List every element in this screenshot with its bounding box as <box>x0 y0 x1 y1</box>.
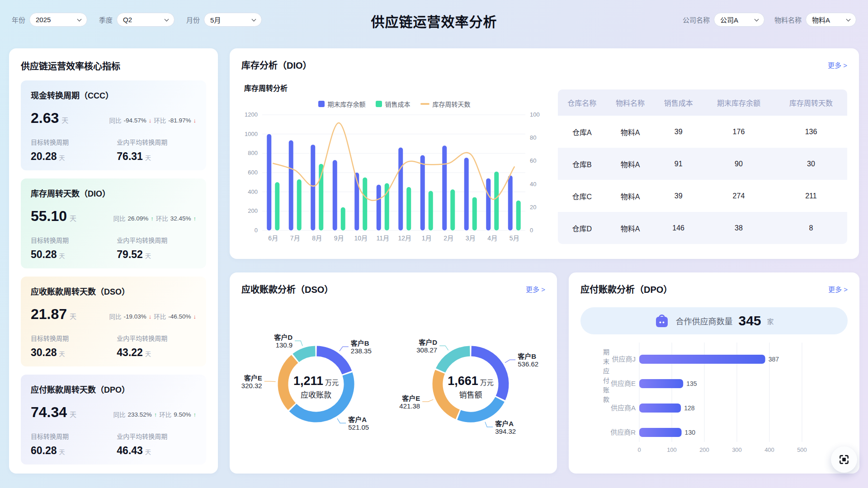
material-select-value: 物料A <box>812 15 830 24</box>
svg-text:10月: 10月 <box>354 235 368 242</box>
inventory-panel-title: 库存分析（DIO） <box>241 58 312 71</box>
table-cell: 仓库A <box>558 116 606 148</box>
legend-item[interactable]: 期末库存余额 <box>318 99 366 108</box>
kpi-unit: 天 <box>70 409 76 419</box>
svg-text:客户B: 客户B <box>350 339 369 347</box>
target-value: 30.28 <box>31 347 57 358</box>
filter-material-label: 物料名称 <box>774 15 802 24</box>
table-row: 仓库B物料A919030 <box>558 148 847 180</box>
table-cell: 仓库B <box>558 148 606 180</box>
kpi-secondary-row: 目标转换周期 20.28天 业内平均转换周期 76.31天 <box>31 137 196 163</box>
yoy-label: 同比 <box>113 214 125 223</box>
arrow-down-icon: ↓ <box>149 117 152 124</box>
svg-text:500: 500 <box>797 446 807 453</box>
filter-quarter: 季度 Q2 <box>99 13 175 27</box>
grid-lines <box>262 115 525 230</box>
arrow-down-icon: ↓ <box>193 117 197 124</box>
table-cell: 仓库C <box>558 180 606 212</box>
quarter-select[interactable]: Q2 <box>117 13 175 27</box>
kpi-secondary-row: 目标转换周期 30.28天 业内平均转换周期 43.22天 <box>31 333 196 359</box>
hbar-供应商E <box>639 379 683 388</box>
page-title: 供应链运营效率分析 <box>371 11 497 31</box>
svg-text:2月: 2月 <box>443 235 453 242</box>
svg-text:536.62: 536.62 <box>518 360 538 368</box>
year-select[interactable]: 2025 <box>29 13 87 27</box>
filter-quarter-label: 季度 <box>99 15 113 24</box>
yoy-value: -94.57% <box>123 117 146 124</box>
kpi-panel-title: 供应链运营效率核心指标 <box>21 59 206 72</box>
kpi-unit: 天 <box>70 311 76 321</box>
kpi-card-title: 库存周转天数（DIO） <box>31 187 196 199</box>
kpi-card-title: 应收账款周转天数（DSO） <box>31 285 196 297</box>
chevron-down-icon <box>77 17 82 21</box>
yoy-label: 同比 <box>109 312 121 321</box>
svg-text:400: 400 <box>764 446 774 453</box>
hbar-供应商A <box>639 404 681 413</box>
kpi-value: 74.34 <box>31 404 67 421</box>
arrow-up-icon: ↑ <box>193 215 197 222</box>
month-select[interactable]: 5月 <box>204 13 262 27</box>
filter-year-label: 年份 <box>12 15 25 24</box>
kpi-card-dpo: 应付账款周转天数（DPO） 74.34 天 同比 233.52% ↑ 环比 9.… <box>21 375 206 465</box>
svg-text:400: 400 <box>248 188 258 195</box>
svg-text:销售额: 销售额 <box>459 391 482 399</box>
legend-swatch <box>318 101 325 107</box>
table-cell: 物料A <box>606 180 655 212</box>
mom-label: 环比 <box>154 312 166 321</box>
chevron-down-icon <box>165 17 169 21</box>
company-select-value: 公司A <box>720 15 738 24</box>
kpi-card-title: 应付账款周转天数（DPO） <box>31 383 196 395</box>
legend-item[interactable]: 销售成本 <box>376 99 410 108</box>
kpi-card-dio: 库存周转天数（DIO） 55.10 天 同比 26.09% ↑ 环比 32.45… <box>21 178 206 268</box>
material-select[interactable]: 物料A <box>806 13 856 27</box>
svg-text:60: 60 <box>530 157 536 164</box>
legend-item[interactable]: 库存周转天数 <box>420 99 471 108</box>
receivables-more-link[interactable]: 更多 > <box>526 284 545 294</box>
kpi-secondary-row: 目标转换周期 50.28天 业内平均转换周期 79.52天 <box>31 235 196 261</box>
kpi-trends: 同比 -94.57% ↓ 环比 -81.97% ↓ <box>109 116 196 125</box>
filter-month-label: 月份 <box>186 15 200 24</box>
bag-icon <box>654 313 670 328</box>
industry-value: 76.31 <box>117 150 143 162</box>
kpi-secondary-row: 目标转换周期 60.28天 业内平均转换周期 46.43天 <box>31 432 196 457</box>
industry-label: 业内平均转换周期 <box>117 333 196 343</box>
industry-value: 46.43 <box>117 445 143 456</box>
legend-label: 销售成本 <box>385 99 410 108</box>
unit: 天 <box>145 155 151 161</box>
company-select[interactable]: 公司A <box>714 13 764 27</box>
capture-floating-button[interactable] <box>831 446 857 473</box>
supplier-count-value: 345 <box>738 313 761 328</box>
inventory-more-link[interactable]: 更多 > <box>828 60 847 70</box>
filters-left: 年份 2025 季度 Q2 月份 5月 <box>12 13 262 27</box>
payables-more-link[interactable]: 更多 > <box>828 284 848 294</box>
quarter-select-value: Q2 <box>123 16 132 23</box>
svg-text:9月: 9月 <box>334 235 344 242</box>
table-cell: 136 <box>775 116 847 148</box>
svg-text:客户D: 客户D <box>274 333 292 341</box>
svg-text:0: 0 <box>530 227 533 234</box>
svg-text:1000: 1000 <box>245 131 258 137</box>
inventory-chart-subtitle: 库存周转分析 <box>244 82 547 93</box>
kpi-main-row: 55.10 天 同比 26.09% ↑ 环比 32.45% ↑ <box>31 208 196 225</box>
svg-text:387: 387 <box>769 356 779 363</box>
table-row: 仓库C物料A39274211 <box>558 180 847 212</box>
filter-company-label: 公司名称 <box>683 15 710 24</box>
kpi-unit: 天 <box>70 213 76 223</box>
yoy-label: 同比 <box>113 410 125 419</box>
svg-text:客户E: 客户E <box>244 374 262 382</box>
legend-label: 库存周转天数 <box>433 99 471 108</box>
dashboard: 年份 2025 季度 Q2 月份 5月 供应 <box>0 0 868 488</box>
svg-text:100: 100 <box>530 111 540 118</box>
warehouse-table-block: 仓库名称物料名称销售成本期末库存余额库存周转天数 仓库A物料A39176136仓… <box>558 89 847 246</box>
yoy-value: -19.03% <box>123 313 146 320</box>
kpi-card-ccc: 现金转换周期（CCC） 2.63 天 同比 -94.57% ↓ 环比 -81.9… <box>21 80 206 170</box>
table-header-cell: 物料名称 <box>606 89 655 116</box>
year-select-value: 2025 <box>36 16 51 23</box>
table-cell: 38 <box>703 212 775 244</box>
svg-text:6月: 6月 <box>268 235 278 242</box>
legend-swatch <box>376 101 382 107</box>
unit: 天 <box>59 351 65 357</box>
table-row: 仓库D物料A146388 <box>558 212 847 244</box>
kpi-card-title: 现金转换周期（CCC） <box>31 89 196 101</box>
inventory-analysis-panel: 库存分析（DIO） 更多 > 库存周转分析 期末库存余额销售成本库存周转天数 0… <box>230 48 859 259</box>
